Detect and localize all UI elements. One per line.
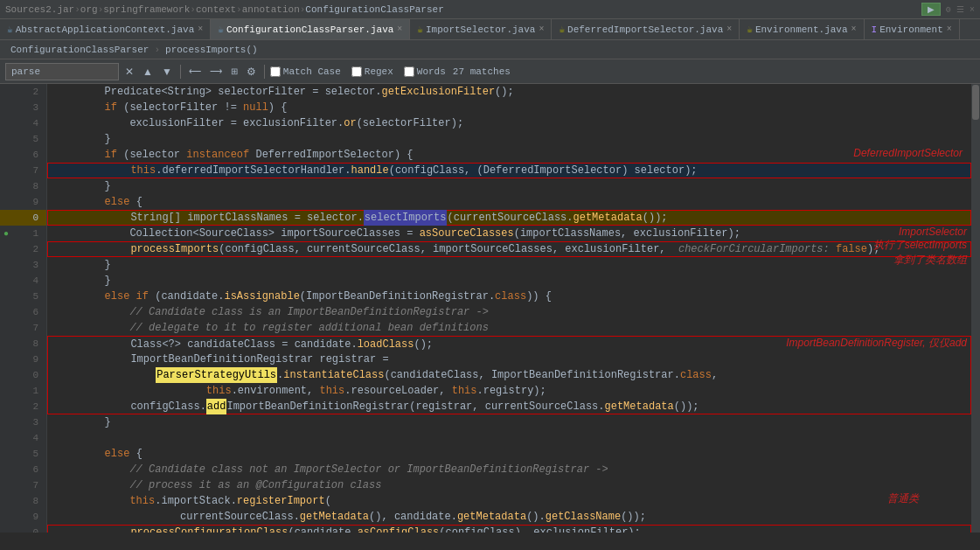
top-nav-item[interactable]: context <box>196 4 236 15</box>
prev-occurrence-button[interactable]: ⟵ <box>186 65 204 78</box>
nav-right: ⚙ ☰ × <box>946 4 975 15</box>
code-line-4: } <box>47 131 971 147</box>
close-icon[interactable]: × <box>198 24 203 34</box>
breadcrumb-method[interactable]: processImports() <box>160 44 263 56</box>
gutter-line-26: 7 <box>0 477 46 493</box>
top-nav-item[interactable]: org <box>80 4 98 15</box>
code-line-25: // Candidate class not an ImportSelector… <box>47 462 971 477</box>
code-line-1: Predicate<String> selectorFilter = selec… <box>47 84 971 100</box>
breadcrumb-class[interactable]: ConfigurationClassParser <box>5 44 154 56</box>
gutter-line-24: 5 <box>0 446 46 462</box>
java-file-icon: ☕ <box>417 24 423 35</box>
gutter-line-11: 2 <box>0 241 46 257</box>
next-match-button[interactable]: ▼ <box>159 64 175 80</box>
tab-label: AbstractApplicationContext.java <box>16 24 195 35</box>
multiline-button[interactable]: ⊞ <box>228 65 240 78</box>
search-input[interactable] <box>5 63 119 80</box>
search-bar: ✕ ▲ ▼ ⟵ ⟶ ⊞ ⚙ Match Case Regex Words 27 … <box>0 59 980 84</box>
match-count: 27 matches <box>453 66 511 77</box>
words-checkbox-group[interactable]: Words <box>404 66 446 77</box>
annotation-import-selector: ImportSelector 执行了selectImports 拿到了类名数组 <box>873 226 967 268</box>
code-line-2: if (selectorFilter != null) { <box>47 100 971 115</box>
interface-file-icon: I <box>872 24 878 35</box>
top-nav-sep: › <box>74 4 80 15</box>
top-nav-bar: Sources2.jar › org › springframework › c… <box>0 0 980 19</box>
gutter-line-15: 6 <box>0 304 46 320</box>
gutter-line-21: 2 <box>0 399 46 414</box>
match-case-label: Match Case <box>283 66 341 77</box>
gutter-line-13: 4 <box>0 273 46 289</box>
top-nav-item[interactable]: annotation <box>242 4 300 15</box>
tab-environment[interactable]: ☕ Environment.java × <box>740 19 864 40</box>
code-content[interactable]: Predicate<String> selectorFilter = selec… <box>47 84 971 533</box>
top-nav-sep: › <box>236 4 242 15</box>
next-occurrence-button[interactable]: ⟶ <box>207 65 225 78</box>
code-line-23 <box>47 430 971 446</box>
code-line-5: if (selector instanceof DeferredImportSe… <box>47 147 971 163</box>
code-line-26: // process it as an @Configuration class <box>47 477 971 493</box>
match-case-checkbox-group[interactable]: Match Case <box>270 66 341 77</box>
annotation-normal-class: 普通类 <box>887 491 919 506</box>
gutter-line-9: 0 <box>0 210 46 226</box>
code-line-29: processConfigurationClass(candidate.asCo… <box>47 525 971 533</box>
gutter-line-1: 2 <box>0 84 46 100</box>
code-line-15: // Candidate class is an ImportBeanDefin… <box>47 304 971 320</box>
close-icon[interactable]: × <box>397 24 402 34</box>
gutter-line-20: 1 <box>0 383 46 399</box>
code-line-3: exclusionFilter = exclusionFilter.or(sel… <box>47 115 971 131</box>
code-line-18: ImportBeanDefinitionRegistrar registrar … <box>47 352 971 367</box>
gutter-line-3: 4 <box>0 115 46 131</box>
breadcrumb: ConfigurationClassParser › processImport… <box>0 40 980 59</box>
code-line-14: else if (candidate.isAssignable(ImportBe… <box>47 289 971 304</box>
top-nav-item[interactable]: springframework <box>103 4 190 15</box>
clear-search-button[interactable]: ✕ <box>122 64 136 80</box>
close-icon[interactable]: × <box>539 24 544 34</box>
gutter-line-6: 7 <box>0 163 46 178</box>
search-separator <box>180 65 181 79</box>
gutter-line-2: 3 <box>0 100 46 115</box>
code-line-9: String[] importClassNames = selector.sel… <box>47 210 971 226</box>
gutter-line-16: 7 <box>0 320 46 336</box>
gutter-line-7: 8 <box>0 178 46 194</box>
code-line-20: this.environment, this.resourceLoader, t… <box>47 383 971 399</box>
match-case-checkbox[interactable] <box>270 66 281 77</box>
code-line-19: ParserStrategyUtils.instantiateClass(can… <box>47 367 971 383</box>
java-file-icon: ☕ <box>218 24 224 35</box>
prev-match-button[interactable]: ▲ <box>140 64 156 80</box>
words-checkbox[interactable] <box>404 66 414 77</box>
code-line-21: configClass.addImportBeanDefinitionRegis… <box>47 399 971 414</box>
tab-label: Environment <box>879 24 943 35</box>
top-nav-item[interactable]: Sources2.jar <box>5 4 74 15</box>
code-line-10: Collection<SourceClass> importSourceClas… <box>47 226 971 241</box>
code-line-27: this.importStack.registerImport( <box>47 493 971 509</box>
close-icon[interactable]: × <box>851 24 857 34</box>
tab-label: ConfigurationClassParser.java <box>226 24 393 35</box>
run-button[interactable]: ▶ <box>921 3 941 16</box>
code-line-28: currentSourceClass.getMetadata(), candid… <box>47 509 971 525</box>
code-line-7: } <box>47 178 971 194</box>
tab-deferred-import-selector[interactable]: ☕ DeferredImportSelector.java × <box>552 19 740 40</box>
gutter-line-23: 4 <box>0 430 46 446</box>
top-nav-item[interactable]: ConfigurationClassParser <box>305 4 443 15</box>
tab-environment-iface[interactable]: I Environment × <box>865 19 960 40</box>
gutter-line-5: 6 <box>0 147 46 163</box>
gutter-line-25: 6 <box>0 462 46 477</box>
close-icon[interactable]: × <box>947 24 952 34</box>
regex-checkbox[interactable] <box>351 66 362 77</box>
regex-checkbox-group[interactable]: Regex <box>351 66 393 77</box>
tab-configuration-class-parser[interactable]: ☕ ConfigurationClassParser.java × <box>211 19 410 40</box>
code-line-22: } <box>47 414 971 430</box>
search-separator-2 <box>264 65 265 79</box>
tab-abstract-application-context[interactable]: ☕ AbstractApplicationContext.java × <box>0 19 211 40</box>
gutter-line-28: 9 <box>0 509 46 525</box>
gutter-line-17: 8 <box>0 336 46 352</box>
gutter-line-27: 8 <box>0 493 46 509</box>
settings-button[interactable]: ⚙ <box>244 64 259 80</box>
vertical-scrollbar[interactable] <box>971 84 980 533</box>
close-icon[interactable]: × <box>726 24 732 34</box>
top-nav-sep: › <box>98 4 104 15</box>
gutter-line-4: 5 <box>0 131 46 147</box>
tab-import-selector[interactable]: ☕ ImportSelector.java × <box>410 19 552 40</box>
scrollbar-thumb[interactable] <box>972 85 979 120</box>
gutter-line-14: 5 <box>0 289 46 304</box>
